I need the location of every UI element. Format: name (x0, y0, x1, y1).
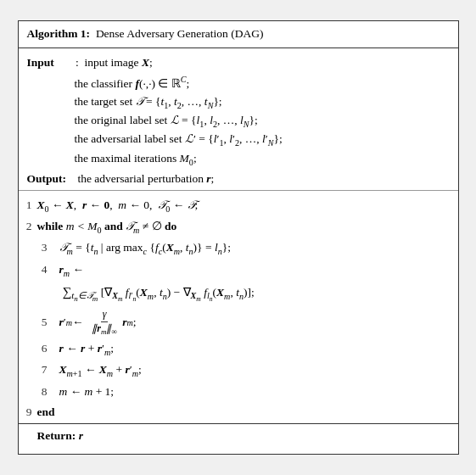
step-content-7: Xm+1 ← Xm + r′m; (53, 361, 458, 380)
step-num-1: 1 (22, 197, 37, 215)
step-5: 5 r′m ← γ ‖rm‖∞ rm; (19, 307, 458, 339)
output-label: Output: (27, 170, 76, 188)
step-content-return: Return: r (37, 428, 458, 445)
step-content-9: end (37, 404, 458, 422)
step-8: 8 m ← m + 1; (19, 382, 458, 402)
steps-section: 1 X0 ← X, r ← 0, m ← 0, 𝒯0 ← 𝒯; 2 while … (19, 193, 458, 448)
step-2: 2 while m < M0 and 𝒯m ≠ ∅ do (19, 216, 458, 238)
input-line-3: the target set 𝒯 = {t1, t2, …, tN}; (27, 93, 450, 112)
step-content-1: X0 ← X, r ← 0, m ← 0, 𝒯0 ← 𝒯; (37, 197, 458, 215)
step-num-5: 5 (37, 314, 53, 332)
input-row: Input : input image X; (27, 53, 450, 73)
algorithm-label: Algorithm 1: (27, 27, 91, 40)
step-content-5: r′m ← γ ‖rm‖∞ rm; (53, 308, 458, 338)
step-6: 6 r ← r + r′m; (19, 339, 458, 360)
step-num-9: 9 (22, 404, 37, 422)
step-num-2: 2 (22, 218, 37, 236)
output-text: the adversarial perturbation r; (76, 170, 215, 188)
step-4-sum: ∑tn∈𝒯m [∇Xm fl′n(Xm, tn) − ∇Xm fln(Xm, t… (19, 282, 458, 307)
step-3: 3 𝒯m = {tn | arg maxc {fc(Xm, tn)} = ln}… (19, 238, 458, 260)
step-num-7: 7 (37, 361, 53, 379)
step-num-4: 4 (37, 261, 53, 279)
step-return: Return: r (19, 423, 458, 446)
input-line-5: the adversarial label set ℒ′ = {l′1, l′2… (27, 131, 450, 149)
io-section: Input : input image X; the classifier f(… (19, 52, 458, 191)
step-num-3: 3 (37, 239, 53, 257)
step-7: 7 Xm+1 ← Xm + r′m; (19, 360, 458, 382)
step-9: 9 end (19, 402, 458, 422)
step-4: 4 rm ← (19, 260, 458, 281)
input-first-line: : input image X; (71, 54, 450, 72)
algorithm-body: Input : input image X; the classifier f(… (19, 48, 458, 453)
step-content-4: rm ← (53, 261, 458, 280)
step-num-6: 6 (37, 340, 53, 358)
step-content-6: r ← r + r′m; (53, 340, 458, 359)
algorithm-header: Algorithm 1: Dense Adversary Generation … (19, 21, 458, 48)
input-line-6: the maximal iterations M0; (27, 150, 450, 169)
input-line-4: the original label set ℒ = {l1, l2, …, l… (27, 112, 450, 131)
input-line-2: the classifier f(·,·) ∈ ℝC; (27, 73, 450, 92)
step-content-3: 𝒯m = {tn | arg maxc {fc(Xm, tn)} = ln}; (53, 239, 458, 258)
output-row: Output: the adversarial perturbation r; (27, 170, 450, 188)
step-content-2: while m < M0 and 𝒯m ≠ ∅ do (37, 218, 458, 237)
step-1: 1 X0 ← X, r ← 0, m ← 0, 𝒯0 ← 𝒯; (19, 195, 458, 216)
step-num-8: 8 (37, 383, 53, 401)
input-label: Input (27, 54, 71, 72)
step-content-8: m ← m + 1; (53, 383, 458, 401)
algorithm-box: Algorithm 1: Dense Adversary Generation … (18, 20, 459, 454)
